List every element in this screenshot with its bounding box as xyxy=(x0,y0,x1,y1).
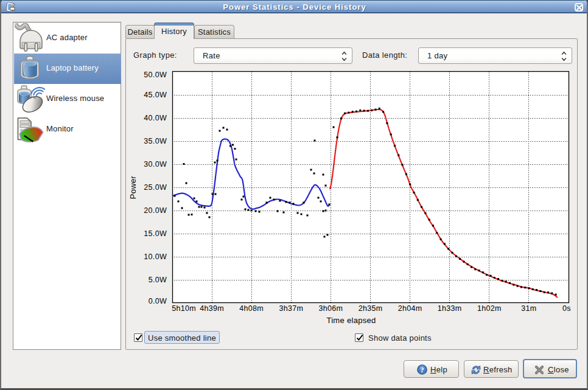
svg-text:Time elapsed: Time elapsed xyxy=(326,316,376,325)
svg-text:15.0W: 15.0W xyxy=(144,229,167,238)
svg-text:?: ? xyxy=(421,366,424,374)
svg-text:25.0W: 25.0W xyxy=(144,183,167,192)
svg-text:50.0W: 50.0W xyxy=(144,71,167,79)
svg-text:1h33m: 1h33m xyxy=(438,304,462,313)
svg-text:2h35m: 2h35m xyxy=(359,304,383,313)
svg-text:40.0W: 40.0W xyxy=(144,114,167,122)
svg-text:2h04m: 2h04m xyxy=(398,304,422,313)
svg-text:4h39m: 4h39m xyxy=(200,304,224,313)
svg-text:3h06m: 3h06m xyxy=(319,304,343,313)
svg-text:10.0W: 10.0W xyxy=(144,252,167,261)
svg-text:0.0W: 0.0W xyxy=(149,297,167,305)
svg-text:5.0W: 5.0W xyxy=(149,276,167,284)
svg-text:5h10m: 5h10m xyxy=(172,304,196,313)
svg-text:Power: Power xyxy=(128,175,138,199)
svg-text:30.0W: 30.0W xyxy=(144,160,167,169)
svg-text:45.0W: 45.0W xyxy=(144,91,167,99)
svg-text:35.0W: 35.0W xyxy=(144,137,167,145)
svg-text:31m: 31m xyxy=(521,304,536,313)
svg-text:0s: 0s xyxy=(562,304,571,313)
svg-text:1h02m: 1h02m xyxy=(477,304,502,313)
svg-text:20.0W: 20.0W xyxy=(144,206,167,215)
svg-text:3h37m: 3h37m xyxy=(279,304,303,313)
svg-text:4h08m: 4h08m xyxy=(239,304,264,313)
